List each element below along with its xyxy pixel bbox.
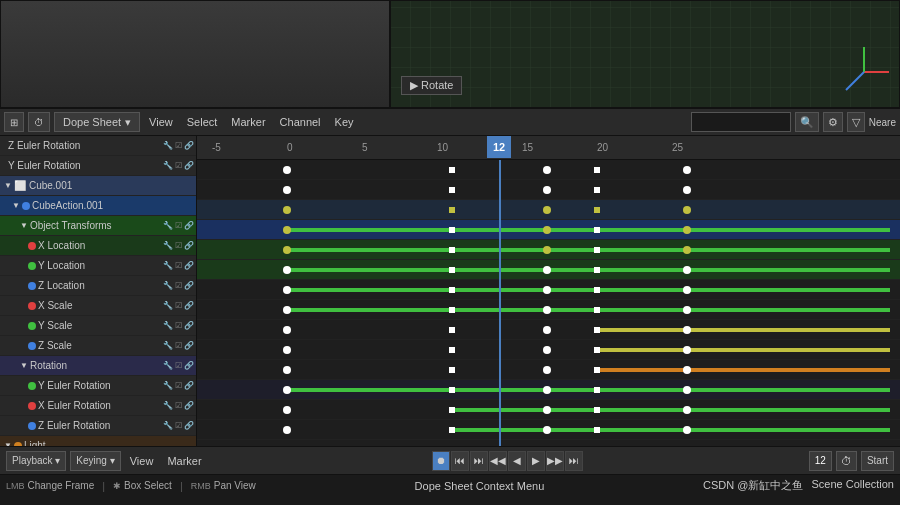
channel-row-y-scale[interactable]: Y Scale 🔧 ☑ 🔗 — [0, 316, 196, 336]
options-icon-btn[interactable]: ⚙ — [823, 112, 843, 132]
kf-xl3 — [543, 266, 551, 274]
xs-check: ☑ — [175, 301, 182, 310]
kf-xs2 — [449, 327, 455, 333]
change-frame-label: Change Frame — [28, 480, 95, 491]
rot-link: 🔗 — [184, 361, 194, 370]
status-change-frame: LMB Change Frame — [6, 480, 94, 491]
kf-zl3 — [543, 306, 551, 314]
kf-ca1 — [283, 226, 291, 234]
channel-row-x-euler[interactable]: X Euler Rotation 🔧 ☑ 🔗 — [0, 396, 196, 416]
kf5 — [683, 166, 691, 174]
transport-skip-start[interactable]: ⏮ — [451, 451, 469, 471]
kf-xe-r3 — [543, 426, 551, 434]
search-input[interactable] — [691, 112, 791, 132]
kf-yl4 — [594, 287, 600, 293]
kf-ot3 — [543, 246, 551, 254]
xs-pin: 🔧 — [163, 301, 173, 310]
channel-row-z-scale[interactable]: Z Scale 🔧 ☑ 🔗 — [0, 336, 196, 356]
mode-icon-btn[interactable]: ⊞ — [4, 112, 24, 132]
channel-row-z-location[interactable]: Z Location 🔧 ☑ 🔗 — [0, 276, 196, 296]
channel-row-light[interactable]: ▼ Light — [0, 436, 196, 446]
keying-menu[interactable]: Keying ▾ — [70, 451, 120, 471]
kf3 — [543, 166, 551, 174]
transport-prev-key[interactable]: ⏭ — [470, 451, 488, 471]
kf-zl2 — [449, 307, 455, 313]
xl-pin: 🔧 — [163, 241, 173, 250]
start-btn[interactable]: Start — [861, 451, 894, 471]
zs-link: 🔗 — [184, 341, 194, 350]
channel-row-x-scale[interactable]: X Scale 🔧 ☑ 🔗 — [0, 296, 196, 316]
dopesheet-main: Z Euler Rotation 🔧 ☑ 🔗 Y Euler Rotation … — [0, 136, 900, 446]
transport-skip-end[interactable]: ⏭ — [565, 451, 583, 471]
kf-zl4 — [594, 307, 600, 313]
kf-ye4 — [594, 187, 600, 193]
channel-row-z-euler-top[interactable]: Z Euler Rotation 🔧 ☑ 🔗 — [0, 136, 196, 156]
pin-icon: 🔧 — [163, 141, 173, 150]
channel-row-z-euler-bot[interactable]: Z Euler Rotation 🔧 ☑ 🔗 — [0, 416, 196, 436]
filter-icon-btn[interactable]: 🔍 — [795, 112, 819, 132]
lmb-key: LMB — [6, 481, 25, 491]
channel-row-object-transforms[interactable]: ▼ Object Transforms 🔧 ☑ 🔗 — [0, 216, 196, 236]
zl-check: ☑ — [175, 281, 182, 290]
channel-row-y-euler[interactable]: Y Euler Rotation 🔧 ☑ 🔗 — [0, 376, 196, 396]
timeline-area[interactable]: -5 0 5 10 12 15 20 25 — [197, 136, 900, 446]
channel-row-y-location[interactable]: Y Location 🔧 ☑ 🔗 — [0, 256, 196, 276]
kf-xe-r1 — [283, 426, 291, 434]
view-menu[interactable]: View — [125, 455, 159, 467]
zs-check: ☑ — [175, 341, 182, 350]
timeline-ruler: -5 0 5 10 12 15 20 25 — [197, 136, 900, 160]
trow-z-euler-top — [197, 160, 900, 180]
menu-channel[interactable]: Channel — [275, 116, 326, 128]
transport-play[interactable]: ▶ — [527, 451, 545, 471]
channel-list: Z Euler Rotation 🔧 ☑ 🔗 Y Euler Rotation … — [0, 136, 197, 446]
menu-marker[interactable]: Marker — [226, 116, 270, 128]
xe-color — [28, 402, 36, 410]
trow-z-euler-rot — [197, 440, 900, 446]
zl-pin: 🔧 — [163, 281, 173, 290]
ze-color — [28, 422, 36, 430]
viewport-right[interactable]: ▶ Rotate — [390, 0, 900, 108]
transport-step-fwd[interactable]: ▶▶ — [546, 451, 564, 471]
transport-record[interactable]: ⏺ — [432, 451, 450, 471]
yl-bar — [287, 288, 890, 292]
ze-pin: 🔧 — [163, 421, 173, 430]
rotation-expand-icon: ▼ — [20, 361, 28, 370]
link-icon: 🔗 — [184, 141, 194, 150]
playback-menu[interactable]: Playback ▾ — [6, 451, 66, 471]
action-bar — [287, 228, 890, 232]
rot-bar — [287, 388, 890, 392]
transport-controls: ⏺ ⏮ ⏭ ◀◀ ◀ ▶ ▶▶ ⏭ — [432, 451, 583, 471]
menu-key[interactable]: Key — [330, 116, 359, 128]
kf-rot5 — [683, 386, 691, 394]
transport-step-back2[interactable]: ◀ — [508, 451, 526, 471]
filter2-icon-btn[interactable]: ▽ — [847, 112, 865, 132]
top-viewport-area: ▶ Rotate — [0, 0, 900, 108]
kf-ye3 — [543, 186, 551, 194]
kf-ye-r3 — [543, 406, 551, 414]
channel-row-y-euler-top[interactable]: Y Euler Rotation 🔧 ☑ 🔗 — [0, 156, 196, 176]
menu-view[interactable]: View — [144, 116, 178, 128]
viewport-left[interactable] — [0, 0, 390, 108]
transport-step-back[interactable]: ◀◀ — [489, 451, 507, 471]
channel-row-x-location[interactable]: X Location 🔧 ☑ 🔗 — [0, 236, 196, 256]
clock-icon[interactable]: ⏱ — [836, 451, 857, 471]
marker-menu[interactable]: Marker — [162, 455, 206, 467]
kf-ye5 — [683, 186, 691, 194]
type-icon-btn[interactable]: ⏱ — [28, 112, 50, 132]
trow-z-scale — [197, 360, 900, 380]
trow-x-euler-rot — [197, 420, 900, 440]
kf-rot4 — [594, 387, 600, 393]
trow-cubeaction — [197, 220, 900, 240]
channel-row-cube001[interactable]: ▼ ⬜ Cube.001 — [0, 176, 196, 196]
kf-xs1 — [283, 326, 291, 334]
current-frame-badge: 12 — [487, 136, 511, 158]
kf-c1 — [283, 206, 291, 214]
kf-xe-r5 — [683, 426, 691, 434]
ruler-mark-15: 15 — [522, 142, 533, 153]
dopesheet-mode-label[interactable]: Dope Sheet ▾ — [54, 112, 140, 132]
trow-x-location — [197, 260, 900, 280]
menu-select[interactable]: Select — [182, 116, 223, 128]
channel-row-cubeaction001[interactable]: ▼ CubeAction.001 — [0, 196, 196, 216]
box-select-label: Box Select — [124, 480, 172, 491]
channel-row-rotation[interactable]: ▼ Rotation 🔧 ☑ 🔗 — [0, 356, 196, 376]
